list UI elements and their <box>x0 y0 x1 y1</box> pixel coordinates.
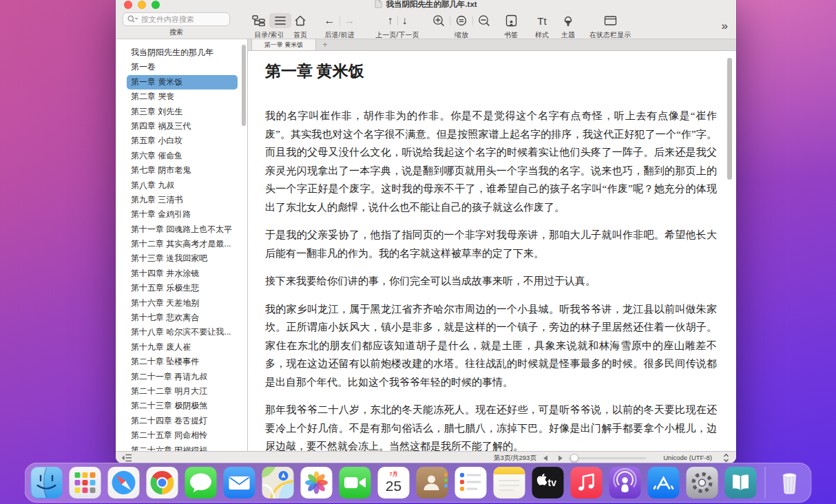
dock-facetime-icon[interactable] <box>339 467 371 498</box>
sidebar-toggle-icon[interactable] <box>121 454 132 463</box>
sidebar-scrollbar[interactable] <box>242 45 246 126</box>
sidebar-item[interactable]: 第一卷 <box>116 60 247 74</box>
chapter-paragraphs: 我的名字叫崔作非，胡作非为的作非。你是不是觉得这个名字有点奇怪，听上去有点像是“… <box>265 107 717 451</box>
sidebar-item[interactable]: 第二章 哭丧 <box>116 90 247 104</box>
sidebar-item[interactable]: 我当阴阳先生的那几年 <box>116 45 247 60</box>
tab-active[interactable]: 第一章 黄米饭 <box>251 39 316 50</box>
home-button[interactable] <box>289 13 311 28</box>
sidebar-item[interactable]: 第十五章 乐极生悲 <box>116 281 247 295</box>
dock-calendar-icon[interactable]: 7月25 <box>378 467 410 498</box>
dock-safari-icon[interactable] <box>108 467 140 498</box>
sidebar-item[interactable]: 第二十一章 再请九叔 <box>116 370 247 384</box>
sidebar-item[interactable]: 第十八章 哈尔滨不要让我... <box>116 325 247 339</box>
style-label: 样式 <box>529 30 555 40</box>
show-in-statusbar-button[interactable] <box>599 13 621 28</box>
toc-tree-button[interactable] <box>247 13 269 28</box>
page-slider-knob[interactable] <box>570 454 578 462</box>
page-slider[interactable] <box>569 453 646 463</box>
theme-label: 主题 <box>555 30 581 40</box>
dock-launchpad-icon[interactable] <box>70 467 101 498</box>
svg-text:tv: tv <box>548 477 557 488</box>
sidebar-item[interactable]: 第五章 小白坟 <box>116 134 247 148</box>
sidebar-item[interactable]: 第十三章 送我回家吧 <box>116 251 247 266</box>
sidebar-item[interactable]: 第八章 九叔 <box>116 178 247 193</box>
sidebar-item[interactable]: 第十九章 废人崔 <box>116 340 247 355</box>
tab-bar: 第一章 黄米饭 + <box>248 39 736 51</box>
dock-settings-icon[interactable] <box>687 467 718 498</box>
sidebar-item[interactable]: 第三章 刘先生 <box>116 105 247 119</box>
sidebar-item[interactable]: 第十四章 井水涂镜 <box>116 266 247 281</box>
sidebar-item[interactable]: 第七章 阴市老鬼 <box>116 163 247 178</box>
sidebar-item[interactable]: 第十七章 悲欢离合 <box>116 311 247 325</box>
forward-button[interactable]: → <box>340 15 359 26</box>
dock-appstore-icon[interactable] <box>648 467 680 498</box>
home-label: 首页 <box>285 30 315 40</box>
calendar-month: 7月 <box>378 470 410 478</box>
next-page-button[interactable]: ↓ <box>398 15 412 26</box>
toolbar-overflow-button[interactable]: » <box>722 19 727 33</box>
dock-finder-icon[interactable] <box>31 467 63 498</box>
prev-page-button[interactable]: ↑ <box>384 15 397 26</box>
style-button[interactable]: Tt <box>531 13 553 28</box>
titlebar: 我当阴阳先生的那几年.txt <box>116 0 736 11</box>
sidebar-item[interactable]: 第二十章 坠楼事件 <box>116 355 247 369</box>
status-prev-page-button[interactable] <box>543 455 548 463</box>
sidebar-item[interactable]: 第九章 三清书 <box>116 193 247 207</box>
sidebar-item[interactable]: 第十一章 回魂路上也不太平 <box>116 222 247 237</box>
dock-reminders-icon[interactable] <box>455 467 487 498</box>
content-scrollbar[interactable] <box>727 58 732 180</box>
window-header: 我当阴阳先生的那几年.txt 按文件内容搜索 搜索 目录/索引 <box>116 0 736 39</box>
sidebar-item[interactable]: 第二十二章 明月大江 <box>116 384 247 399</box>
sidebar-item[interactable]: 第十二章 其实高考才是最... <box>116 237 247 251</box>
bookmark-label: 书签 <box>497 30 525 40</box>
nav-label: 后退/前进 <box>313 30 366 40</box>
bookmark-button[interactable] <box>500 13 522 28</box>
sidebar-item[interactable]: 第六章 催命鱼 <box>116 149 247 163</box>
paragraph: 于是我的父亲妥协了，他指了指同页的一个非字对我母亲讲，那咱大儿子就叫作非吧。希望… <box>265 226 717 262</box>
dock-reader-icon[interactable] <box>725 467 757 498</box>
status-next-page-button[interactable] <box>558 455 563 463</box>
dock-trash-icon[interactable] <box>774 467 806 498</box>
paragraph: 我的家乡叫龙江，属于黑龙江省齐齐哈尔市周边的一个小县城。听我爷爷讲，龙江县以前叫… <box>265 300 717 392</box>
dock-contacts-icon[interactable] <box>417 467 448 498</box>
dock-podcasts-icon[interactable] <box>609 467 641 498</box>
new-tab-button[interactable]: + <box>316 39 334 50</box>
dock-music-icon[interactable] <box>571 467 603 498</box>
calendar-day: 25 <box>378 478 410 494</box>
dock-notes-icon[interactable] <box>494 467 525 498</box>
back-button[interactable]: ← <box>320 15 339 26</box>
desktop: 我当阴阳先生的那几年.txt 按文件内容搜索 搜索 目录/索引 <box>0 0 836 504</box>
dock-maps-icon[interactable] <box>262 467 294 498</box>
sidebar-item[interactable]: 第二十四章 卷舌提灯 <box>116 414 247 428</box>
dock-mail-icon[interactable] <box>224 467 255 498</box>
paragraph: 接下来我要给你们讲的事，你们完全可以当成故事来听，不用过于认真。 <box>265 272 717 291</box>
dock-messages-icon[interactable] <box>185 467 217 498</box>
sidebar-list: 我当阴阳先生的那几年第一卷第一章 黄米饭第二章 哭丧第三章 刘先生第四章 祸及三… <box>116 45 247 451</box>
dock-chrome-icon[interactable] <box>147 467 178 498</box>
encoding-stepper-icon[interactable] <box>723 453 729 463</box>
status-bar: 第3页/共293页 Unicode (UTF-8) <box>116 451 736 463</box>
sidebar-item[interactable]: 第二十三章 极阴极煞 <box>116 399 247 413</box>
paragraph: 那年我爷爷二十八岁，东北的冬天能冻死人。现在还好些，可是听爷爷说，以前的冬天要比… <box>265 401 717 451</box>
search-label: 搜索 <box>123 28 230 37</box>
dock: 7月25tv <box>25 463 812 503</box>
zoom-out-button[interactable] <box>473 13 495 28</box>
sidebar-item[interactable]: 第四章 祸及三代 <box>116 119 247 134</box>
reading-pane: 第一章 黄米饭 我的名字叫崔作非，胡作非为的作非。你是不是觉得这个名字有点奇怪，… <box>248 51 736 451</box>
reader-window: 我当阴阳先生的那几年.txt 按文件内容搜索 搜索 目录/索引 <box>116 0 736 463</box>
search-icon <box>127 13 138 25</box>
zoom-in-button[interactable] <box>428 13 450 28</box>
sidebar-item[interactable]: 第十章 金鸡引路 <box>116 207 247 222</box>
dock-appletv-icon[interactable]: tv <box>532 467 564 498</box>
sidebar-item[interactable]: 第二十六章 因祸得福 <box>116 443 247 451</box>
search-input[interactable]: 按文件内容搜索 <box>123 12 230 26</box>
sidebar-item[interactable]: 第十六章 天差地别 <box>116 296 247 311</box>
sidebar-item[interactable]: 第二十五章 同命相怜 <box>116 428 247 443</box>
dock-separator <box>765 467 766 498</box>
chapter-sidebar: 我当阴阳先生的那几年第一卷第一章 黄米饭第二章 哭丧第三章 刘先生第四章 祸及三… <box>116 39 248 451</box>
dock-photos-icon[interactable] <box>301 467 333 498</box>
theme-button[interactable] <box>557 13 579 28</box>
encoding-selector[interactable]: Unicode (UTF-8) <box>649 454 712 461</box>
sidebar-item[interactable]: 第一章 黄米饭 <box>127 75 238 90</box>
zoom-actual-button[interactable] <box>450 13 472 28</box>
